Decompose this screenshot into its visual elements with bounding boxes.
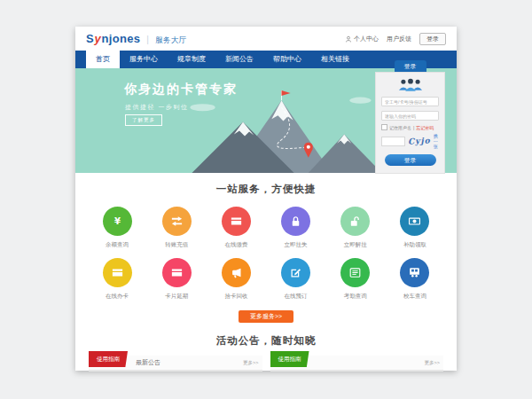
list-icon <box>348 266 362 279</box>
service-item-立即挂失[interactable]: 立即挂失 <box>276 207 317 249</box>
service-label: 在线办卡 <box>106 293 129 301</box>
unlock-icon <box>348 215 362 228</box>
service-label: 在线缴费 <box>224 241 247 249</box>
service-label: 校车查询 <box>403 293 426 301</box>
service-item-卡片延期[interactable]: 卡片延期 <box>156 258 197 301</box>
logo-divider: | <box>146 35 149 44</box>
username-input[interactable] <box>381 97 439 106</box>
services-row-2: 在线办卡 卡片延期 拾卡回收 在线预订 考勤查询 校车查询 <box>75 258 457 301</box>
panel-secondary-tab[interactable]: 最新公告 <box>136 356 160 370</box>
remember-forgot-divider: | <box>413 125 414 130</box>
hero-cta-button[interactable]: 了解更多 <box>125 114 162 126</box>
nav-item-新闻公告[interactable]: 新闻公告 <box>215 51 263 68</box>
service-label: 补助领取 <box>403 241 426 249</box>
header-login-button[interactable]: 登录 <box>419 33 446 45</box>
card-icon <box>111 266 124 279</box>
login-panel: 登录 记住用户名 | 忘记密码 Cyjo 换一张 登录 <box>375 60 445 174</box>
banknote-icon <box>408 215 421 228</box>
yen-icon <box>111 215 124 228</box>
more-services-button[interactable]: 更多服务>> <box>239 310 293 323</box>
mountain-illustration <box>175 88 392 173</box>
service-item-考勤查询[interactable]: 考勤查询 <box>335 258 376 301</box>
captcha-row: Cyjo 换一张 <box>381 133 439 149</box>
edit-icon <box>289 266 302 279</box>
nav-item-帮助中心[interactable]: 帮助中心 <box>263 51 311 68</box>
panel-ribbon-tab[interactable]: 使用指南 <box>270 351 309 367</box>
service-item-在线预订[interactable]: 在线预订 <box>276 258 317 301</box>
login-submit-button[interactable]: 登录 <box>385 154 436 166</box>
service-label: 余额查询 <box>106 241 129 249</box>
password-input[interactable] <box>381 111 439 121</box>
service-label: 立即解挂 <box>344 241 367 249</box>
remember-checkbox[interactable] <box>381 124 387 130</box>
login-form: 记住用户名 | 忘记密码 Cyjo 换一张 登录 <box>375 72 445 174</box>
site-window: Synjones | 服务大厅 个人中心 用户反馈 登录 首页服务中心规章制度新… <box>75 27 457 371</box>
services-section-title: 一站服务，方便快捷 <box>75 183 457 196</box>
service-item-拾卡回收[interactable]: 拾卡回收 <box>215 258 256 301</box>
announcements-section-title: 活动公告，随时知晓 <box>75 334 457 348</box>
services-row-1: 余额查询 转账充值 在线缴费 立即挂失 立即解挂 补助领取 <box>75 207 457 249</box>
panel-ribbon-tab[interactable]: 使用指南 <box>89 351 128 367</box>
user-feedback-label: 用户反馈 <box>387 35 411 43</box>
card-icon <box>230 215 243 228</box>
bus-icon <box>408 266 421 279</box>
captcha-refresh-link[interactable]: 换一张 <box>434 133 439 149</box>
user-feedback-link[interactable]: 用户反馈 <box>387 35 411 43</box>
site-name: 服务大厅 <box>155 35 186 46</box>
service-item-转账充值[interactable]: 转账充值 <box>156 207 197 249</box>
service-item-补助领取[interactable]: 补助领取 <box>395 207 435 249</box>
personal-center-label: 个人中心 <box>354 35 379 43</box>
nav-item-首页[interactable]: 首页 <box>86 51 120 68</box>
synjones-logo[interactable]: Synjones | 服务大厅 <box>86 32 186 46</box>
user-icon <box>345 35 352 43</box>
service-label: 立即挂失 <box>285 241 308 249</box>
service-label: 在线预订 <box>285 293 308 301</box>
login-tab[interactable]: 登录 <box>395 60 426 72</box>
nav-item-规章制度[interactable]: 规章制度 <box>168 51 215 68</box>
service-item-余额查询[interactable]: 余额查询 <box>97 207 137 249</box>
logo-text: S <box>86 32 94 45</box>
transfer-icon <box>170 215 184 228</box>
service-label: 拾卡回收 <box>224 293 247 301</box>
captcha-image[interactable]: Cyjo <box>408 136 431 145</box>
service-label: 转账充值 <box>165 241 188 249</box>
header-utility-bar: 个人中心 用户反馈 登录 <box>345 33 446 45</box>
logo-accent: y <box>94 32 101 45</box>
captcha-input[interactable] <box>381 137 405 146</box>
service-item-立即解挂[interactable]: 立即解挂 <box>335 207 376 249</box>
service-label: 考勤查询 <box>344 293 367 301</box>
personal-center-link[interactable]: 个人中心 <box>345 35 379 43</box>
megaphone-icon <box>230 266 243 279</box>
announcement-panels: 使用指南 最新公告 更多>> 使用指南 更多>> <box>75 356 457 372</box>
service-item-在线缴费[interactable]: 在线缴费 <box>215 207 256 249</box>
service-label: 卡片延期 <box>165 293 188 301</box>
card-icon <box>170 266 184 279</box>
panel-more-link[interactable]: 更多>> <box>243 356 258 370</box>
announcement-panel: 使用指南 更多>> <box>270 356 444 372</box>
logo-text: njones <box>102 32 141 45</box>
top-header: Synjones | 服务大厅 个人中心 用户反馈 登录 <box>75 27 457 51</box>
remember-row: 记住用户名 | 忘记密码 <box>381 124 439 130</box>
announcement-panel: 使用指南 最新公告 更多>> <box>89 356 262 372</box>
remember-label: 记住用户名 <box>389 125 411 130</box>
nav-item-相关链接[interactable]: 相关链接 <box>311 51 359 68</box>
service-item-在线办卡[interactable]: 在线办卡 <box>97 258 137 301</box>
panel-more-link[interactable]: 更多>> <box>425 356 440 370</box>
forgot-password-link[interactable]: 忘记密码 <box>416 125 434 130</box>
lock-icon <box>289 215 302 228</box>
service-item-校车查询[interactable]: 校车查询 <box>395 258 435 301</box>
users-group-icon <box>395 77 426 92</box>
nav-item-服务中心[interactable]: 服务中心 <box>120 51 168 68</box>
